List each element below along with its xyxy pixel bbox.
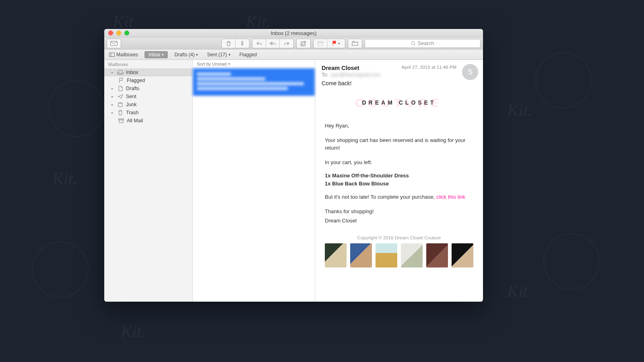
sidebar-item-trash[interactable]: ▸ Trash bbox=[104, 109, 192, 117]
delete-button[interactable] bbox=[222, 39, 235, 48]
svg-rect-3 bbox=[318, 43, 323, 45]
sidebar-item-label: Sent bbox=[126, 94, 136, 99]
greeting-text: Hey Ryan, bbox=[325, 122, 473, 130]
fav-sent[interactable]: Sent (17) ▾ bbox=[204, 51, 233, 58]
message-list: Sort by Unread ▾ bbox=[193, 60, 315, 302]
chevron-down-icon: ▾ bbox=[228, 62, 230, 66]
left-text: In your cart, you left: bbox=[325, 158, 473, 167]
reply-group bbox=[252, 39, 294, 48]
sidebar-item-label: Drafts bbox=[126, 86, 139, 91]
sidebar-item-drafts[interactable]: ▸ Drafts bbox=[104, 84, 192, 93]
delete-junk-group bbox=[221, 39, 250, 48]
svg-rect-4 bbox=[352, 42, 358, 45]
product-thumbnails bbox=[325, 243, 473, 269]
message-body: COUTURE DREAM CLOSET Hey Ryan, Your shop… bbox=[315, 90, 483, 276]
thanks-text: Thanks for shopping! bbox=[325, 208, 473, 216]
product-thumb[interactable] bbox=[376, 243, 397, 267]
reply-all-button[interactable] bbox=[266, 39, 280, 48]
email-copyright: Copyright © 2016 Dream Closet Couture bbox=[325, 235, 473, 240]
favorites-bar: Mailboxes Inbox ▾ Drafts (4) ▾ Sent (17)… bbox=[104, 49, 483, 60]
disclosure-triangle-icon[interactable]: ▸ bbox=[111, 103, 115, 107]
product-thumb[interactable] bbox=[401, 243, 423, 267]
svg-rect-6 bbox=[109, 53, 115, 56]
product-thumb[interactable] bbox=[350, 243, 372, 267]
sidebar-item-sent[interactable]: ▸ Sent bbox=[104, 93, 192, 101]
fav-flagged[interactable]: Flagged bbox=[237, 51, 259, 58]
toolbar: ▾ Search bbox=[104, 37, 483, 49]
cart-items: 1x Maxine Off-the-Shoulder Dress 1x Blue… bbox=[325, 173, 473, 187]
window-titlebar: Inbox (2 messages) bbox=[104, 29, 483, 37]
flag-icon bbox=[118, 78, 124, 83]
search-field[interactable]: Search bbox=[365, 39, 481, 48]
chevron-down-icon: ▾ bbox=[162, 53, 164, 57]
sidebar-item-label: Trash bbox=[126, 110, 139, 115]
get-mail-group bbox=[107, 39, 121, 48]
sidebar-item-label: Junk bbox=[126, 102, 136, 107]
archive-button[interactable] bbox=[314, 39, 327, 48]
trash-icon bbox=[117, 110, 124, 115]
disclosure-triangle-icon[interactable]: ▸ bbox=[111, 86, 115, 90]
sidebar-section-header: Mailboxes bbox=[104, 60, 192, 68]
sidebar-item-all-mail[interactable]: All Mail bbox=[104, 117, 192, 125]
svg-rect-8 bbox=[118, 103, 122, 107]
compose-button[interactable] bbox=[297, 39, 310, 48]
sidebar-item-label: Flagged bbox=[127, 78, 145, 83]
disclosure-triangle-icon[interactable]: ▸ bbox=[111, 111, 115, 115]
mailboxes-toggle[interactable]: Mailboxes bbox=[107, 51, 140, 58]
complete-purchase-link[interactable]: click this link bbox=[436, 194, 465, 200]
move-group bbox=[348, 39, 362, 48]
product-thumb[interactable] bbox=[426, 243, 448, 267]
chevron-down-icon: ▾ bbox=[229, 53, 231, 57]
sidebar-item-flagged[interactable]: Flagged bbox=[104, 76, 192, 84]
archive-icon bbox=[118, 118, 124, 123]
brand-logo: COUTURE DREAM CLOSET bbox=[325, 94, 473, 115]
fav-inbox[interactable]: Inbox ▾ bbox=[144, 51, 168, 58]
fav-drafts[interactable]: Drafts (4) ▾ bbox=[172, 51, 200, 58]
search-placeholder: Search bbox=[417, 40, 434, 46]
forward-button[interactable] bbox=[280, 39, 293, 48]
product-thumb[interactable] bbox=[325, 243, 347, 267]
chevron-down-icon: ▾ bbox=[196, 53, 198, 57]
flag-button[interactable]: ▾ bbox=[327, 39, 345, 48]
svg-point-5 bbox=[411, 41, 415, 45]
get-mail-button[interactable] bbox=[107, 39, 121, 48]
inbox-icon bbox=[117, 70, 124, 75]
move-button[interactable] bbox=[348, 39, 362, 48]
cta-line: But it's not too late! To complete your … bbox=[325, 193, 473, 201]
document-icon bbox=[117, 86, 124, 91]
to-value: ryan@theshoppad.com bbox=[330, 72, 380, 78]
junk-icon bbox=[117, 102, 124, 107]
svg-rect-10 bbox=[119, 120, 123, 123]
window-title: Inbox (2 messages) bbox=[104, 30, 483, 36]
reply-button[interactable] bbox=[252, 39, 266, 48]
sidebar-item-label: Inbox bbox=[126, 70, 138, 75]
sidebar-item-label: All Mail bbox=[127, 118, 143, 123]
reserved-text: Your shopping cart has been reserved and… bbox=[325, 136, 473, 152]
sidebar-item-junk[interactable]: ▸ Junk bbox=[104, 101, 192, 109]
cart-item: 1x Blue Back Bow Blouse bbox=[325, 181, 473, 187]
message-reader: S Dream Closet April 27, 2015 at 11:46 P… bbox=[315, 60, 483, 302]
compose-group bbox=[296, 39, 311, 48]
message-date: April 27, 2015 at 11:46 PM bbox=[402, 65, 456, 70]
sender-name: Dream Closet bbox=[322, 65, 359, 71]
mailbox-sidebar: Mailboxes ▸ Inbox Flagged ▸ Drafts ▸ Sen… bbox=[104, 60, 193, 302]
message-subject: Come back! bbox=[322, 80, 477, 86]
junk-button[interactable] bbox=[235, 39, 249, 48]
product-thumb[interactable] bbox=[452, 243, 473, 267]
message-list-item[interactable] bbox=[193, 68, 315, 96]
signoff-text: Dream Closet bbox=[325, 217, 473, 225]
sidebar-item-inbox[interactable]: ▸ Inbox bbox=[104, 68, 192, 76]
three-pane: Mailboxes ▸ Inbox Flagged ▸ Drafts ▸ Sen… bbox=[104, 60, 483, 302]
paper-plane-icon bbox=[117, 94, 124, 99]
message-header: S Dream Closet April 27, 2015 at 11:46 P… bbox=[315, 60, 483, 90]
disclosure-triangle-icon[interactable]: ▸ bbox=[111, 70, 115, 74]
sender-avatar: S bbox=[462, 64, 478, 80]
cart-item: 1x Maxine Off-the-Shoulder Dress bbox=[325, 173, 473, 179]
sidebar-icon bbox=[109, 53, 115, 57]
chevron-down-icon: ▾ bbox=[338, 41, 340, 45]
mail-app-window: Inbox (2 messages) bbox=[104, 29, 483, 302]
sort-control[interactable]: Sort by Unread ▾ bbox=[193, 60, 315, 68]
disclosure-triangle-icon[interactable]: ▸ bbox=[111, 95, 115, 99]
archive-flag-group: ▾ bbox=[313, 39, 345, 48]
search-icon bbox=[411, 41, 416, 46]
